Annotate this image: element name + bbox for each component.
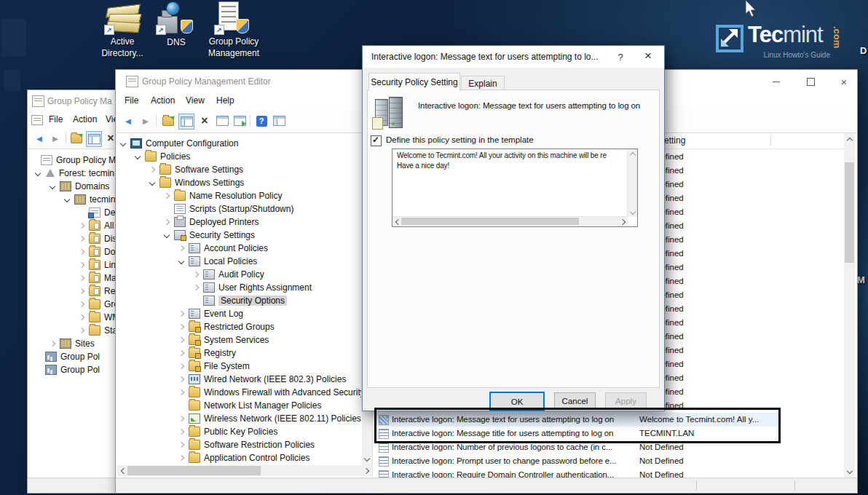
tree-item-windows-firewall-with-advanced-security[interactable]: Windows Firewall with Advanced Security: [179, 386, 361, 399]
chevron-right-icon[interactable]: [79, 249, 84, 255]
active-directory-icon[interactable]: ↗: [104, 1, 142, 35]
chevron-down-icon[interactable]: [164, 232, 170, 238]
textbox-vertical-scrollbar[interactable]: [627, 149, 637, 217]
tree-item-event-log[interactable]: Event Log: [179, 307, 243, 320]
chevron-down-icon[interactable]: [120, 140, 126, 146]
tree-item-domains[interactable]: Domains: [50, 180, 109, 193]
chevron-right-icon[interactable]: [178, 363, 184, 369]
tree-item-deployed-printers[interactable]: Deployed Printers: [165, 215, 259, 229]
tab-security-policy-setting[interactable]: Security Policy Setting: [368, 73, 460, 91]
tree-item-do[interactable]: Do: [79, 245, 115, 258]
chevron-right-icon[interactable]: [178, 350, 184, 356]
scroll-right-icon[interactable]: [618, 217, 628, 226]
chevron-right-icon[interactable]: [79, 328, 84, 333]
chevron-right-icon[interactable]: [164, 193, 170, 199]
tree-item-sta[interactable]: Sta: [79, 324, 117, 337]
show-hide-pane-icon[interactable]: [272, 114, 286, 128]
chevron-right-icon[interactable]: [50, 341, 55, 346]
chevron-right-icon[interactable]: [178, 376, 184, 382]
tree-item-security-options[interactable]: Security Options: [194, 294, 287, 307]
chevron-right-icon[interactable]: [193, 272, 199, 277]
chevron-right-icon[interactable]: [149, 167, 155, 173]
chevron-right-icon[interactable]: [178, 389, 184, 395]
tree-item-user-rights-assignment[interactable]: User Rights Assignment: [194, 281, 312, 294]
message-text-input[interactable]: Welcome to Tecmint.com! All your activit…: [392, 148, 638, 227]
console-tree-toggle-icon[interactable]: [178, 114, 194, 130]
tree-item-software-restriction-policies[interactable]: Software Restriction Policies: [179, 438, 315, 451]
textbox-horizontal-scrollbar[interactable]: [392, 216, 628, 226]
tree-item-group-policy-mar[interactable]: Group Policy Mar: [31, 154, 124, 167]
tree-item-all[interactable]: All: [79, 219, 114, 232]
define-policy-checkbox[interactable]: [371, 135, 382, 146]
scrollbar-thumb[interactable]: [401, 218, 579, 225]
dialog-titlebar[interactable]: Interactive logon: Message text for user…: [363, 46, 664, 68]
menu-item-action[interactable]: Action: [148, 94, 178, 107]
tree-item-policies[interactable]: Policies: [135, 150, 190, 163]
chevron-right-icon[interactable]: [178, 324, 184, 330]
close-button[interactable]: ×: [834, 74, 854, 89]
maximize-button[interactable]: [800, 74, 821, 89]
tree-item-ma[interactable]: Ma: [79, 272, 117, 285]
tree-item-account-policies[interactable]: Account Policies: [179, 242, 268, 255]
tree-item-lin[interactable]: Lin: [79, 258, 116, 272]
tree-item-network-list-manager-policies[interactable]: Network List Manager Policies: [179, 399, 321, 412]
chevron-right-icon[interactable]: [178, 429, 184, 435]
scroll-down-icon[interactable]: [362, 454, 372, 465]
chevron-down-icon[interactable]: [149, 180, 155, 186]
chevron-right-icon[interactable]: [178, 337, 184, 343]
desktop-icon-label[interactable]: Management: [197, 48, 270, 58]
chevron-right-icon[interactable]: [79, 262, 84, 268]
tree-item-software-settings[interactable]: Software Settings: [150, 163, 243, 176]
policy-row[interactable]: Interactive logon: Prompt user to change…: [373, 454, 843, 468]
help-button[interactable]: ?: [613, 50, 628, 64]
scroll-right-icon[interactable]: [361, 465, 372, 476]
tree-item-application-control-policies[interactable]: Application Control Policies: [179, 451, 309, 464]
chevron-right-icon[interactable]: [193, 285, 199, 290]
tree-item-audit-policy[interactable]: Audit Policy: [194, 268, 264, 281]
chevron-right-icon[interactable]: [79, 301, 84, 307]
group-policy-management-icon[interactable]: ↗: [214, 1, 250, 36]
delete-icon[interactable]: ×: [197, 114, 212, 128]
tree-item-windows-settings[interactable]: Windows Settings: [150, 176, 244, 189]
faint-desktop-icon[interactable]: [4, 70, 20, 92]
export-list-icon[interactable]: [232, 114, 247, 128]
help-icon[interactable]: ?: [254, 114, 269, 128]
tree-item-wireless-network-ieee-802-11-policies[interactable]: Wireless Network (IEEE 802.11) Policies: [179, 412, 361, 425]
tree-horizontal-scrollbar[interactable]: [117, 465, 372, 476]
tree-item-scripts-startup-shutdown[interactable]: Scripts (Startup/Shutdown): [165, 202, 293, 215]
scroll-up-icon[interactable]: [844, 133, 855, 145]
tree-item-registry[interactable]: Registry: [179, 346, 236, 360]
chevron-down-icon[interactable]: [64, 197, 70, 202]
tree-item-group-pol[interactable]: Group Pol: [36, 350, 100, 363]
forward-icon[interactable]: ►: [48, 131, 63, 146]
chevron-down-icon[interactable]: [135, 154, 141, 159]
menu-item-action[interactable]: Action: [70, 113, 100, 126]
tree-item-system-services[interactable]: System Services: [179, 333, 269, 346]
tree-item-forest-tecmin[interactable]: Forest: tecmin: [36, 167, 114, 180]
chevron-right-icon[interactable]: [79, 314, 84, 320]
chevron-right-icon[interactable]: [178, 245, 184, 251]
tree-item-public-key-policies[interactable]: Public Key Policies: [179, 425, 277, 438]
tree-item-res[interactable]: Res: [79, 285, 119, 298]
tree-item-local-policies[interactable]: Local Policies: [179, 255, 257, 268]
scrollbar-thumb[interactable]: [127, 466, 261, 475]
folder-up-icon[interactable]: [69, 131, 84, 146]
menu-item-file[interactable]: File: [46, 113, 66, 126]
chevron-right-icon[interactable]: [178, 442, 184, 448]
apply-button[interactable]: Apply: [605, 392, 647, 409]
properties-icon[interactable]: [215, 114, 229, 128]
scroll-up-icon[interactable]: [628, 149, 637, 159]
scroll-left-icon[interactable]: [117, 465, 128, 476]
tree-item-wired-network-ieee-802-3-policies[interactable]: Wired Network (IEEE 802.3) Policies: [179, 373, 346, 386]
policy-row[interactable]: Interactive logon: Require Domain Contro…: [373, 468, 843, 478]
minimize-button[interactable]: [766, 74, 786, 89]
tree-item-computer-configuration[interactable]: Computer Configuration: [121, 137, 238, 150]
chevron-right-icon[interactable]: [79, 288, 84, 294]
tree-item-group-pol[interactable]: Group Pol: [36, 363, 100, 376]
chevron-right-icon[interactable]: [178, 311, 184, 317]
close-button[interactable]: ×: [641, 49, 655, 63]
cancel-button[interactable]: Cancel: [554, 392, 596, 409]
tree-item-sites[interactable]: Sites: [50, 337, 95, 350]
list-vertical-scrollbar[interactable]: [844, 133, 855, 478]
chevron-right-icon[interactable]: [178, 416, 184, 421]
